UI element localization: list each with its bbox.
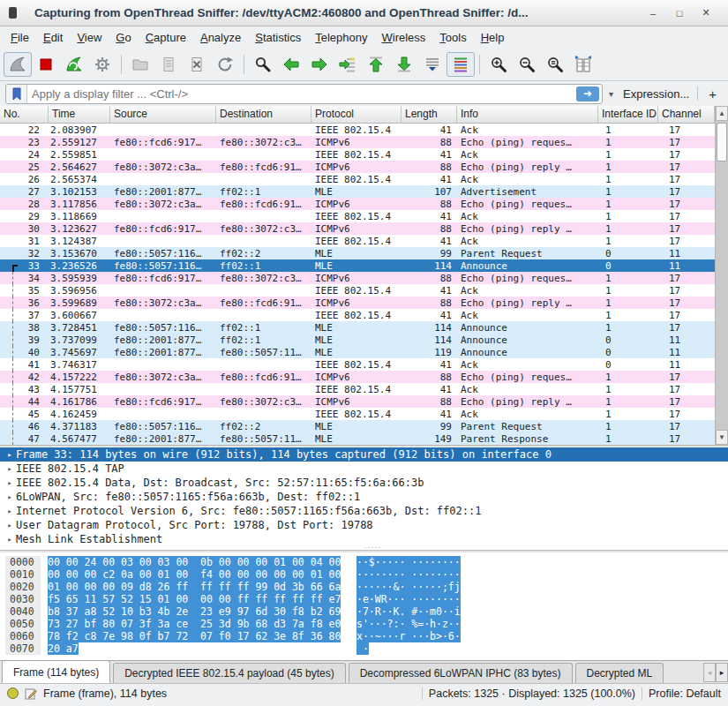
packet-row[interactable]: 232.559127fe80::fcd6:917…fe80::3072:c3…I… xyxy=(0,136,715,148)
menu-item-capture[interactable]: Capture xyxy=(139,28,193,47)
hex-bytes[interactable]: 00 00 00 c2 0a 00 01 00 f4 00 00 00 00 0… xyxy=(48,568,342,581)
packet-row[interactable]: 222.083907IEEE 802.15.441Ack117 xyxy=(0,124,715,136)
file-save-button[interactable] xyxy=(154,52,183,77)
scroll-down-icon[interactable]: ▼ xyxy=(716,430,728,445)
colorize-button[interactable] xyxy=(447,52,475,77)
detail-row[interactable]: ▸Internet Protocol Version 6, Src: fe80:… xyxy=(0,504,728,518)
scrollbar-track[interactable] xyxy=(716,121,728,430)
capture-options-button[interactable] xyxy=(88,52,116,77)
expander-icon[interactable]: ▸ xyxy=(4,507,16,515)
hex-row[interactable]: 001000 00 00 c2 0a 00 01 00 f4 00 00 00 … xyxy=(5,568,728,581)
packet-row[interactable]: 474.567477fe80::2001:877…fe80::5057:11…M… xyxy=(0,432,715,445)
packet-row[interactable]: 464.371183fe80::5057:116…ff02::2MLE99Par… xyxy=(0,420,715,432)
auto-scroll-button[interactable] xyxy=(418,52,447,77)
tab-scroll-right-icon[interactable]: ▸ xyxy=(716,663,728,682)
menu-item-wireless[interactable]: Wireless xyxy=(375,28,433,47)
hex-bytes[interactable]: 00 00 24 00 03 00 03 00 0b 00 00 00 01 0… xyxy=(48,556,342,568)
capture-start-button[interactable] xyxy=(4,52,32,77)
column-header-interface-id[interactable]: Interface ID xyxy=(598,106,658,123)
packet-row[interactable]: 273.102153fe80::2001:877…ff02::1MLE107Ad… xyxy=(0,185,715,198)
column-header-time[interactable]: Time xyxy=(49,106,110,123)
column-header-channel[interactable]: Channel xyxy=(658,106,715,123)
packet-row[interactable]: 303.123627fe80::fcd6:917…fe80::3072:c3…I… xyxy=(0,222,715,235)
column-header-no[interactable]: No. xyxy=(0,106,49,123)
packet-row[interactable]: 293.118669IEEE 802.15.441Ack117 xyxy=(0,210,715,222)
hex-row[interactable]: 005073 27 bf 80 07 3f 3a ce 25 3d 9b 68 … xyxy=(5,618,728,630)
menu-item-file[interactable]: File xyxy=(4,28,36,47)
expander-icon[interactable]: ▸ xyxy=(4,450,16,459)
packet-row[interactable]: 403.745697fe80::2001:877…fe80::5057:11…M… xyxy=(0,346,715,358)
expert-info-icon[interactable] xyxy=(7,687,19,699)
bytes-tab[interactable]: Frame (114 bytes) xyxy=(2,660,110,683)
zoom-in-button[interactable] xyxy=(484,52,513,77)
hex-ascii[interactable]: x··~···r ···b>·6· xyxy=(356,630,471,642)
packet-row[interactable]: 373.600667IEEE 802.15.441Ack117 xyxy=(0,309,715,321)
next-packet-button[interactable] xyxy=(305,52,334,77)
menu-item-edit[interactable]: Edit xyxy=(36,28,70,47)
hex-row[interactable]: 002001 00 00 00 09 d8 26 ff ff ff ff 99 … xyxy=(5,581,728,593)
reload-button[interactable] xyxy=(211,52,239,77)
packet-row[interactable]: 393.737099fe80::2001:877…ff02::1MLE114An… xyxy=(0,334,715,346)
packet-row[interactable]: 444.161786fe80::fcd6:917…fe80::3072:c3…I… xyxy=(0,395,715,408)
detail-row[interactable]: ▸User Datagram Protocol, Src Port: 19788… xyxy=(0,518,728,532)
bytes-tab[interactable]: Decrypted ML xyxy=(575,663,664,683)
minimize-button[interactable]: – xyxy=(640,8,666,19)
expander-icon[interactable]: ▸ xyxy=(4,535,16,544)
detail-row[interactable]: ▸6LoWPAN, Src: fe80::5057:1165:f56a:663b… xyxy=(0,490,728,504)
tab-scroll-left-icon[interactable]: ◂ xyxy=(703,663,716,682)
packet-row[interactable]: 363.599689fe80::3072:c3a…fe80::fcd6:91…I… xyxy=(0,297,715,309)
find-packet-button[interactable] xyxy=(249,52,277,77)
packet-row[interactable]: 252.564627fe80::3072:c3a…fe80::fcd6:91…I… xyxy=(0,161,715,173)
filter-history-dropdown[interactable]: ▾ xyxy=(607,89,615,99)
menu-item-statistics[interactable]: Statistics xyxy=(248,28,308,47)
hex-ascii[interactable]: ······&· ·····;fj xyxy=(356,581,471,593)
expander-icon[interactable]: ▸ xyxy=(4,521,16,530)
scrollbar-thumb[interactable] xyxy=(717,123,727,161)
resize-columns-button[interactable] xyxy=(569,52,597,77)
packet-row[interactable]: 434.157751IEEE 802.15.441Ack117 xyxy=(0,383,715,395)
packet-row[interactable]: 283.117856fe80::3072:c3a…fe80::fcd6:91…I… xyxy=(0,198,715,210)
capture-restart-button[interactable] xyxy=(60,52,88,77)
capture-stop-button[interactable] xyxy=(32,52,60,77)
hex-row[interactable]: 006078 f2 c8 7e 98 0f b7 72 07 f0 17 62 … xyxy=(5,630,728,642)
packet-row[interactable]: 424.157222fe80::3072:c3a…fe80::fcd6:91…I… xyxy=(0,371,715,383)
goto-packet-button[interactable] xyxy=(334,52,362,77)
packet-row[interactable]: 262.565374IEEE 802.15.441Ack117 xyxy=(0,173,715,185)
menu-item-view[interactable]: View xyxy=(70,28,109,47)
column-header-length[interactable]: Length xyxy=(402,106,457,123)
hex-ascii[interactable]: · xyxy=(356,642,471,655)
column-header-protocol[interactable]: Protocol xyxy=(311,106,402,123)
first-packet-button[interactable] xyxy=(362,52,390,77)
hex-row[interactable]: 0030f5 65 11 57 52 15 01 00 00 00 ff ff … xyxy=(5,593,728,605)
last-packet-button[interactable] xyxy=(390,52,418,77)
hex-bytes[interactable]: 73 27 bf 80 07 3f 3a ce 25 3d 9b 68 d3 7… xyxy=(48,618,342,630)
menu-item-telephony[interactable]: Telephony xyxy=(308,28,374,47)
packet-row[interactable]: 353.596956IEEE 802.15.441Ack117 xyxy=(0,284,715,297)
column-header-destination[interactable]: Destination xyxy=(216,106,311,123)
add-filter-button[interactable]: + xyxy=(702,86,723,101)
expander-icon[interactable]: ▸ xyxy=(4,464,16,473)
hex-ascii[interactable]: ········ ········ xyxy=(356,568,471,581)
hex-row[interactable]: 000000 00 24 00 03 00 03 00 0b 00 00 00 … xyxy=(5,556,728,568)
capture-comment-icon[interactable] xyxy=(25,687,37,700)
hex-row[interactable]: 007020 a7 · xyxy=(5,642,728,655)
apply-filter-button[interactable]: ➜ xyxy=(576,86,599,101)
hex-ascii[interactable]: ··$····· ········ xyxy=(356,556,471,568)
hex-bytes[interactable]: f5 65 11 57 52 15 01 00 00 00 ff ff ff f… xyxy=(48,593,342,605)
packet-list-scrollbar[interactable]: ▲ ▼ xyxy=(715,106,728,445)
packet-row[interactable]: 343.595939fe80::fcd6:917…fe80::3072:c3…I… xyxy=(0,272,715,284)
hex-bytes[interactable]: 78 f2 c8 7e 98 0f b7 72 07 f0 17 62 3e 8… xyxy=(48,630,342,642)
hex-bytes[interactable]: b8 37 a8 52 10 b3 4b 2e 23 e9 97 6d 30 f… xyxy=(48,605,342,618)
zoom-reset-button[interactable] xyxy=(541,52,569,77)
expander-icon[interactable]: ▸ xyxy=(4,492,16,501)
expander-icon[interactable]: ▸ xyxy=(4,478,16,487)
hex-ascii[interactable]: ·7·R··K. #··m0··i xyxy=(356,605,471,618)
pane-splitter-2[interactable] xyxy=(0,550,728,552)
hex-bytes[interactable]: 20 a7 xyxy=(48,642,342,655)
bytes-tab[interactable]: Decrypted IEEE 802.15.4 payload (45 byte… xyxy=(113,663,345,683)
display-filter-input[interactable] xyxy=(27,87,576,101)
status-profile[interactable]: Profile: Default xyxy=(649,687,721,700)
file-close-button[interactable] xyxy=(183,52,211,77)
zoom-out-button[interactable] xyxy=(513,52,541,77)
hex-row[interactable]: 0040b8 37 a8 52 10 b3 4b 2e 23 e9 97 6d … xyxy=(5,605,728,618)
